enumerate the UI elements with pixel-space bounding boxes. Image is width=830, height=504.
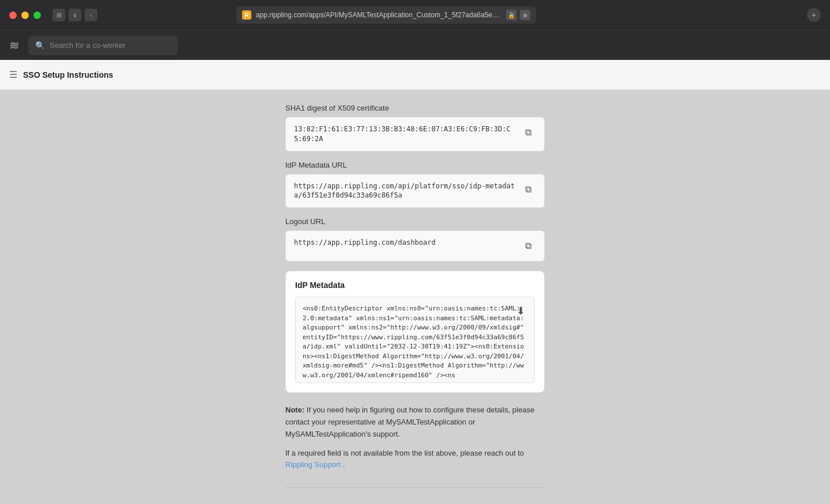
url-bar[interactable]: R app.rippling.com/apps/API/MySAMLTestAp…	[236, 6, 536, 24]
sidebar-toggle-icon[interactable]: ⊞	[52, 9, 65, 21]
note-body-1: If you need help in figuring out how to …	[285, 406, 534, 438]
new-tab-button[interactable]: +	[807, 8, 821, 22]
idp-url-label: IdP Metadata URL	[285, 161, 545, 169]
minimize-button[interactable]	[21, 12, 29, 19]
site-favicon: R	[242, 10, 251, 20]
search-icon: 🔍	[35, 41, 45, 50]
download-icon: ⬇	[516, 305, 525, 317]
sha1-value: 13:82:F1:61:E3:77:13:3B:B3:48:6E:07:A3:E…	[294, 124, 515, 144]
note-body-2: If a required field is not available fro…	[285, 449, 524, 457]
sha1-label: SHA1 digest of X509 certificate	[285, 104, 545, 112]
sha1-copy-button[interactable]: ⧉	[520, 124, 536, 141]
copy-icon: ⧉	[525, 184, 531, 195]
copy-icon: ⧉	[525, 127, 531, 138]
logo-icon: ≋	[9, 39, 19, 52]
note-text-2: If a required field is not available fro…	[285, 448, 545, 472]
idp-url-field-box: https://app.rippling.com/api/platform/ss…	[285, 174, 545, 209]
copy-icon: ⧉	[525, 241, 531, 251]
page-header: ☰ SSO Setup Instructions	[0, 60, 830, 90]
rippling-logo: ≋	[9, 39, 19, 52]
idp-metadata-content-box: <ns0:EntityDescriptor xmlns:ns0="urn:oas…	[295, 297, 535, 383]
idp-url-section: IdP Metadata URL https://app.rippling.co…	[285, 161, 545, 218]
appbar: ≋ 🔍 Search for a co-worker	[0, 30, 830, 60]
back-nav-icon[interactable]: ‹	[85, 9, 97, 21]
logout-url-field-box: https://app.rippling.com/dashboard ⧉	[285, 230, 545, 262]
logout-url-value: https://app.rippling.com/dashboard	[294, 238, 515, 248]
idp-metadata-card: IdP Metadata <ns0:EntityDescriptor xmlns…	[285, 271, 545, 393]
logout-url-label: Logout URL	[285, 217, 545, 226]
url-bar-actions: 🔒 ⊕	[506, 10, 530, 20]
titlebar: ⊞ ∨ ‹ R app.rippling.com/apps/API/MySAML…	[0, 0, 830, 30]
chevron-down-icon[interactable]: ∨	[69, 9, 81, 21]
url-text: app.rippling.com/apps/API/MySAMLTestAppl…	[256, 11, 501, 19]
sha1-section: SHA1 digest of X509 certificate 13:82:F1…	[285, 104, 545, 161]
rippling-support-link[interactable]: Rippling Support	[285, 460, 341, 469]
page-title: SSO Setup Instructions	[23, 70, 113, 79]
idp-url-value: https://app.rippling.com/api/platform/ss…	[294, 181, 515, 201]
note-period: .	[343, 460, 345, 469]
extension-icon[interactable]: ⊕	[520, 10, 530, 20]
search-placeholder: Search for a co-worker	[50, 41, 126, 50]
close-button[interactable]	[9, 12, 17, 19]
idp-metadata-xml: <ns0:EntityDescriptor xmlns:ns0="urn:oas…	[303, 304, 527, 380]
note-text-1: Note: If you need help in figuring out h…	[285, 404, 545, 440]
menu-icon: ☰	[9, 69, 17, 80]
traffic-lights	[9, 12, 41, 19]
download-button[interactable]: ⬇	[512, 303, 529, 319]
window-controls: ⊞ ∨ ‹	[52, 9, 97, 21]
sha1-field-box: 13:82:F1:61:E3:77:13:3B:B3:48:6E:07:A3:E…	[285, 117, 545, 151]
idp-url-copy-button[interactable]: ⧉	[520, 181, 536, 198]
content-area: SHA1 digest of X509 certificate 13:82:F1…	[0, 90, 830, 504]
logout-url-section: Logout URL https://app.rippling.com/dash…	[285, 217, 545, 271]
note-bold: Note:	[285, 406, 304, 414]
note-section: Note: If you need help in figuring out h…	[285, 404, 545, 478]
idp-metadata-title: IdP Metadata	[295, 281, 535, 290]
maximize-button[interactable]	[33, 12, 41, 19]
search-bar[interactable]: 🔍 Search for a co-worker	[28, 36, 178, 55]
footer-divider	[285, 487, 545, 488]
logout-url-copy-button[interactable]: ⧉	[520, 238, 536, 254]
lock-icon: 🔒	[506, 10, 516, 20]
